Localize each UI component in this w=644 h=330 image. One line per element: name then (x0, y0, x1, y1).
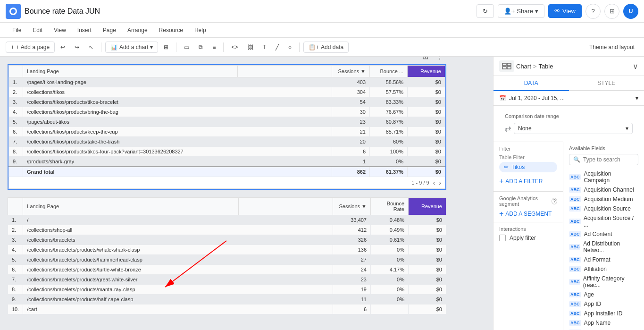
row-page: /products/shark-gray (23, 157, 332, 167)
code-button[interactable]: <> (227, 42, 242, 52)
col-bounce-header[interactable]: Bounce ... (370, 66, 408, 77)
field-item[interactable]: ABC Acquisition Channel (569, 185, 638, 195)
field-label: Ad Format (584, 256, 611, 263)
field-item[interactable]: ABC Ad Content (569, 229, 638, 239)
row-bounce: 0% (371, 295, 409, 305)
add-page-button[interactable]: + + Add a page (6, 42, 55, 53)
row-sessions: 27 (333, 255, 371, 265)
add-chart-chevron: ▾ (150, 44, 153, 51)
arrange-button[interactable]: ⧉ (195, 42, 207, 52)
field-item[interactable]: ABC Acquisition Campaign (569, 169, 638, 185)
menu-edit[interactable]: Edit (28, 25, 47, 35)
rectangle-button[interactable]: ▭ (180, 42, 193, 52)
filter-chip[interactable]: ✏ Tikos (499, 162, 557, 172)
canvas-scroll[interactable]: ⊞ ⋮ Landing Page Sessions ▼ B (0, 57, 493, 330)
row-page: /pages/about-tikos (23, 117, 332, 127)
tab-data[interactable]: DATA (493, 76, 569, 91)
add-data-button[interactable]: 📋+ Add data (303, 42, 349, 53)
add-chart-button[interactable]: 📊 Add a chart ▾ (105, 42, 158, 53)
field-item[interactable]: ABC Acquisition Source (569, 204, 638, 213)
row-bounce (371, 305, 409, 314)
row-page: /collections/bracelets/products/turtle-w… (23, 265, 333, 275)
apply-filter-checkbox[interactable] (499, 235, 506, 241)
row-sessions: 23 (333, 275, 371, 285)
line-button[interactable]: ╱ (272, 42, 283, 52)
menu-help[interactable]: Help (190, 25, 211, 35)
cursor-icon: ↖ (89, 44, 93, 51)
row-page: /collections/tikos/products/tikos-four-p… (23, 147, 332, 157)
field-item[interactable]: ABC Ad Distribution Netwo... (569, 239, 638, 255)
row-sessions: 403 (332, 77, 370, 87)
field-item[interactable]: ABC Affinity Category (reac... (569, 274, 638, 290)
table-icon-more[interactable]: ⋮ (433, 57, 446, 62)
add-segment-plus-icon: + (499, 210, 503, 218)
help-button[interactable]: ? (585, 4, 601, 19)
add-page-label: + Add a page (16, 44, 50, 51)
theme-layout-button[interactable]: Theme and layout (585, 42, 638, 52)
toolbar: + + Add a page ↩ ↪ ↖ 📊 Add a chart ▾ ⊞ ▭… (0, 38, 644, 57)
apps-button[interactable]: ⊞ (604, 4, 619, 19)
field-item[interactable]: ABC App ID (569, 299, 638, 309)
menu-arrange[interactable]: Arrange (123, 25, 152, 35)
table-icon-grid[interactable]: ⊞ (419, 57, 431, 62)
panel-breadcrumb: Chart > Table (499, 60, 553, 72)
cursor-button[interactable]: ↖ (85, 42, 97, 52)
row-sessions: 24 (333, 265, 371, 275)
view-button[interactable]: 👁 View (548, 4, 582, 18)
menu-insert[interactable]: Insert (73, 25, 96, 35)
table2: Landing Page Sessions ▼ Bounce Rate Reve… (8, 197, 446, 314)
tab-style[interactable]: STYLE (569, 76, 644, 91)
add-segment-button[interactable]: + ADD A SEGMENT (499, 210, 557, 218)
t2-col-bounce[interactable]: Bounce Rate (371, 198, 409, 215)
table-row: 3. /collections/tikos/products/tikos-bra… (9, 97, 445, 107)
question-icon: ? (591, 8, 594, 15)
row-num: 6. (8, 265, 23, 275)
menu-file[interactable]: File (8, 25, 26, 35)
col-revenue-header[interactable]: Revenue (408, 66, 445, 77)
col-sessions-header[interactable]: Sessions ▼ (332, 66, 370, 77)
refresh-button[interactable]: ↻ (477, 4, 494, 18)
field-item[interactable]: ABC Age (569, 290, 638, 299)
pagination-next[interactable]: › (439, 179, 441, 186)
t2-col-revenue[interactable]: Revenue (409, 198, 446, 215)
grid-button[interactable]: ⊞ (160, 42, 172, 52)
field-item[interactable]: ABC Affiliation (569, 264, 638, 274)
apps-icon: ⊞ (610, 8, 615, 15)
row-page: /collections/bracelets/products/manta-ra… (23, 285, 333, 295)
row-sessions: 20 (332, 137, 370, 147)
menu-page[interactable]: Page (98, 25, 121, 35)
field-item[interactable]: ABC App Version (569, 328, 638, 330)
field-item[interactable]: ABC Ad Format (569, 255, 638, 264)
image-button[interactable]: 🖼 (244, 42, 257, 52)
table1: Landing Page Sessions ▼ Bounce ... Reven… (8, 65, 445, 177)
text-button[interactable]: T (259, 42, 270, 52)
field-item[interactable]: ABC App Installer ID (569, 309, 638, 318)
comparison-select[interactable]: None ▾ (514, 123, 633, 134)
add-chart-icon: 📊 (110, 44, 117, 51)
nbc-badge: ABC (569, 219, 581, 224)
row-num: 9. (9, 157, 23, 167)
segment-help-icon: ? (552, 198, 557, 204)
menu-resource[interactable]: Resource (154, 25, 188, 35)
share-button[interactable]: 👤+ DATA Share ▾ (498, 4, 544, 18)
search-input[interactable] (583, 156, 634, 163)
undo-button[interactable]: ↩ (57, 42, 69, 52)
shape-button[interactable]: ○ (284, 42, 295, 52)
pagination-prev[interactable]: ‹ (433, 179, 435, 186)
redo-button[interactable]: ↪ (71, 42, 83, 52)
menu-view[interactable]: View (49, 25, 71, 35)
row-sessions: 6 (332, 147, 370, 157)
avatar[interactable]: U (623, 4, 638, 19)
row-page: / (23, 215, 333, 225)
date-range-row[interactable]: 📅 Jul 1, 2020 - Jul 15, ... ▾ (493, 91, 644, 106)
add-filter-button[interactable]: + ADD A FILTER (499, 175, 557, 187)
t2-col-sessions[interactable]: Sessions ▼ (333, 198, 371, 215)
panel-collapse-button[interactable]: ∨ (633, 62, 638, 71)
row-num: 8. (9, 147, 23, 157)
theme-layout-label: Theme and layout (589, 44, 635, 51)
field-item[interactable]: ABC Acquisition Medium (569, 195, 638, 204)
field-item[interactable]: ABC Acquisition Source / ... (569, 213, 638, 229)
right-panel: Chart > Table ∨ DATA STYLE 📅 Jul 1, 2020… (493, 57, 644, 330)
field-item[interactable]: ABC App Name (569, 318, 638, 328)
align-button[interactable]: ≡ (209, 42, 219, 52)
